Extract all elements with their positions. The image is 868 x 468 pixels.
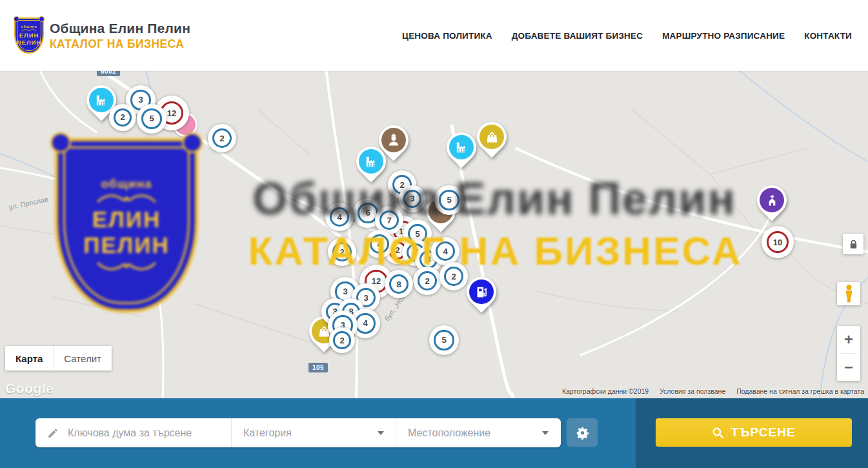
nav-contacts[interactable]: КОНТАКТИ (804, 31, 852, 41)
fuel-pump-icon (475, 285, 489, 299)
brand-logo[interactable]: община ЕЛИН ПЕЛИН Община Елин Пелин КАТА… (14, 17, 190, 54)
location-select[interactable]: Местоположение (396, 418, 560, 447)
crest-name-line2: ПЕЛИН (83, 232, 170, 258)
map-type-satellite-button[interactable]: Сателит (53, 346, 112, 371)
google-logo[interactable]: Google (5, 381, 54, 396)
map-container[interactable]: 6002105ул. Преславбул. „Новоселци“ 12325… (0, 71, 868, 398)
watermark-subtitle: КАТАЛОГ НА БИЗНЕСА (223, 228, 768, 274)
nav-add-your-business[interactable]: ДОБАВЕТЕ ВАШИЯТ БИЗНЕС (512, 31, 643, 41)
category-placeholder: Категория (243, 427, 292, 439)
terms-of-use-link[interactable]: Условия за ползване (660, 387, 725, 395)
crest-small-text: община (101, 177, 152, 191)
keyword-field (35, 418, 231, 447)
crest-ornament (39, 16, 45, 22)
map-attribution: Картографски данни ©2019 Условия за полз… (553, 387, 864, 395)
search-button-panel: ТЪРСЕНЕ (636, 398, 868, 468)
map-type-map-button[interactable]: Карта (5, 346, 53, 371)
crest-flourish (96, 191, 157, 207)
cluster-marker[interactable]: 8 (385, 270, 413, 298)
factory-pin-marker[interactable] (356, 147, 386, 176)
cluster-marker[interactable]: 2 (109, 104, 136, 131)
factory-pin-marker[interactable] (447, 132, 476, 162)
crest-flourish (96, 258, 157, 274)
search-button[interactable]: ТЪРСЕНЕ (656, 418, 852, 447)
cluster-marker[interactable]: 5 (429, 325, 459, 355)
chevron-down-icon (378, 431, 384, 435)
construction-worker-icon (386, 132, 401, 148)
header: община ЕЛИН ПЕЛИН Община Елин Пелин КАТА… (0, 0, 868, 71)
map-type-control: Карта Сателит (5, 346, 112, 371)
cluster-marker[interactable]: 2 (208, 124, 236, 152)
keyword-input[interactable] (66, 427, 225, 440)
pegman-icon (844, 285, 854, 303)
pegman-button[interactable] (837, 282, 860, 305)
site-subtitle: КАТАЛОГ НА БИЗНЕСА (50, 37, 190, 51)
page: община ЕЛИН ПЕЛИН Община Елин Пелин КАТА… (0, 0, 868, 468)
advanced-settings-button[interactable] (567, 418, 598, 447)
municipality-crest-logo: община ЕЛИН ПЕЛИН (14, 17, 44, 54)
gear-icon (576, 426, 589, 440)
cluster-marker[interactable]: 5 (137, 104, 167, 134)
factory-icon (94, 93, 109, 108)
chevron-down-icon (542, 431, 549, 435)
site-title: Община Елин Пелин (50, 21, 190, 36)
fuel-pin-marker[interactable] (467, 277, 496, 307)
map-data-copyright: Картографски данни ©2019 (562, 387, 649, 395)
cluster-marker[interactable]: 2 (329, 327, 355, 353)
main-nav: ЦЕНОВА ПОЛИТИКА ДОБАВЕТЕ ВАШИЯТ БИЗНЕС М… (383, 31, 852, 41)
pencil-icon (47, 427, 59, 439)
report-map-error-link[interactable]: Подаване на сигнал за грешка в картата (736, 387, 864, 395)
shopping-bag-icon (485, 130, 499, 144)
crest-ornament (182, 132, 203, 153)
crest-name-line2: ПЕЛИН (17, 39, 42, 46)
lock-icon (849, 239, 858, 249)
search-icon (712, 427, 724, 439)
zoom-in-button[interactable]: + (837, 326, 860, 353)
search-form: Категория Местоположение (35, 418, 561, 447)
location-placeholder: Местоположение (408, 427, 490, 439)
zoom-out-button[interactable]: − (837, 354, 860, 381)
category-select[interactable]: Категория (231, 418, 396, 447)
crest-ornament (50, 132, 71, 153)
bag-pin-marker[interactable] (477, 122, 507, 152)
nav-pricing-policy[interactable]: ЦЕНОВА ПОЛИТИКА (402, 31, 492, 41)
search-button-label: ТЪРСЕНЕ (731, 425, 795, 440)
nav-route-schedule[interactable]: МАРШРУТНО РАЗПИСАНИЕ (662, 31, 785, 41)
zoom-control: + − (837, 326, 860, 381)
factory-icon (364, 154, 379, 169)
factory-icon (454, 140, 469, 155)
crest-name-line1: ЕЛИН (92, 207, 161, 232)
search-bar: Категория Местоположение ТЪРСЕНЕ (0, 398, 868, 468)
crest-ornament (14, 16, 19, 22)
fullscreen-lock-button[interactable] (843, 234, 863, 254)
watermark-crest: община ЕЛИН ПЕЛИН (55, 138, 198, 312)
watermark-title: Община Елин Пелин (215, 173, 774, 225)
